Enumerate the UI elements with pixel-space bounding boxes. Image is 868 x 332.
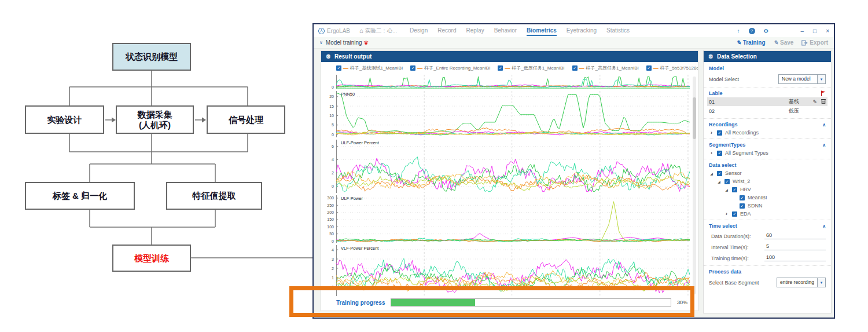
tab-biometrics[interactable]: Biometrics	[527, 25, 557, 36]
edit-label-icon[interactable]: ✎	[812, 99, 817, 105]
y-tick-label: 0	[321, 285, 334, 289]
expander-icon[interactable]: ›	[709, 130, 714, 136]
collapse-chevron-icon[interactable]: ∨	[319, 40, 323, 45]
node-label: 数据采集	[138, 110, 172, 119]
ergolab-window: 人 ErgoLAB ⌂ 实验二：心... DesignRecordReplayB…	[312, 23, 835, 319]
training-label: Training	[743, 39, 766, 46]
settings-gear-icon[interactable]: ⚙	[764, 28, 769, 34]
chart-plot	[336, 75, 690, 89]
eda-checkbox[interactable]	[732, 211, 737, 217]
export-button[interactable]: Export	[801, 39, 828, 46]
tree-item-sdnn: SDNN	[709, 203, 826, 209]
y-tick-label: 5	[321, 123, 334, 127]
tab-statistics[interactable]: Statistics	[606, 25, 630, 36]
tab-replay[interactable]: Replay	[466, 25, 484, 36]
time-select-header[interactable]: Time select ∧	[709, 223, 826, 229]
node-label: 实验设计	[47, 115, 82, 125]
scrollbar-thumb[interactable]	[693, 97, 696, 139]
data-selection-header: ⚙ Data Selection	[704, 51, 831, 62]
hrv-checkbox[interactable]	[732, 187, 737, 192]
expander-icon[interactable]: ◢	[724, 188, 729, 192]
time-field-input[interactable]: 100	[764, 254, 826, 261]
recordings-header[interactable]: Recordings ∧	[709, 122, 826, 127]
delete-label-icon[interactable]	[821, 98, 826, 105]
breadcrumb: Model training	[326, 39, 362, 46]
time-field-input[interactable]: 5	[764, 243, 826, 250]
label-section-header: Lable	[709, 90, 826, 96]
training-button[interactable]: ✎Training	[736, 39, 765, 46]
chevron-up-icon[interactable]: ∧	[822, 224, 826, 229]
project-name[interactable]: 实验二：心...	[365, 27, 397, 35]
sensor-checkbox[interactable]	[717, 171, 722, 176]
y-tick-label: 10	[321, 114, 334, 118]
label-id: 02	[709, 108, 789, 114]
y-tick-label: 3	[321, 257, 334, 261]
legend-item: —样子_基线测试1_MeanIBI	[336, 65, 403, 71]
chart-pnn50: 20151050PNN50	[321, 91, 698, 137]
close-button[interactable]: ×	[826, 28, 829, 34]
all-segment-types-item: › All Segment Types	[709, 150, 826, 156]
meanibi-checkbox[interactable]	[740, 195, 745, 200]
minimize-button[interactable]: –	[801, 28, 804, 34]
paw-cursor-icon	[363, 40, 369, 45]
time-field-input[interactable]: 60	[764, 232, 826, 239]
all-recordings-item: › All Recordings	[709, 130, 826, 136]
chevron-up-icon[interactable]: ∧	[822, 143, 826, 148]
tree-label: Wrist_2	[733, 178, 750, 184]
legend-checkbox[interactable]	[498, 65, 503, 71]
label-row-02[interactable]: 02低压	[707, 107, 827, 115]
chevron-up-icon[interactable]: ∧	[822, 122, 826, 127]
expander-icon[interactable]: ›	[724, 211, 729, 217]
chart-ulf-power-percent: 6420ULF-Power Percent	[321, 140, 698, 193]
chart-scrollbar[interactable]	[693, 76, 696, 294]
dropdown-arrow-icon[interactable]: ▼	[817, 278, 825, 287]
progress-percent: 30%	[677, 300, 687, 305]
tab-eyetracking[interactable]: Eyetracking	[567, 25, 597, 36]
legend-checkbox[interactable]	[572, 65, 578, 71]
all-segment-types-checkbox[interactable]	[717, 151, 722, 156]
expander-icon[interactable]: ◢	[709, 172, 714, 176]
progress-label: Training progress	[336, 300, 385, 306]
base-segment-dropdown[interactable]: entire recording ▼	[777, 278, 826, 287]
expander-icon[interactable]: ◢	[716, 180, 722, 184]
y-tick-label: 250	[321, 203, 334, 207]
legend-checkbox[interactable]	[410, 65, 415, 71]
tab-record[interactable]: Record	[437, 25, 456, 36]
gear-icon[interactable]: ⚙	[708, 53, 713, 60]
time-field-label: Training time(s):	[711, 256, 764, 261]
chart-title: PNN50	[341, 92, 355, 97]
label-row-01[interactable]: 01基线✎	[707, 97, 827, 106]
y-tick-label: 50	[321, 232, 334, 236]
home-icon[interactable]: ⌂	[359, 27, 363, 34]
wrist_2-checkbox[interactable]	[724, 179, 730, 184]
save-button[interactable]: ✎Save	[774, 39, 794, 46]
add-label-flag-icon[interactable]	[821, 90, 826, 96]
maximize-button[interactable]: □	[813, 28, 816, 34]
sdnn-checkbox[interactable]	[740, 203, 745, 209]
flowchart-node-feature: 特征值提取	[166, 182, 262, 210]
time-field-row: Data Duration(s):60	[711, 232, 826, 239]
all-recordings-label: All Recordings	[725, 130, 759, 136]
legend-checkbox[interactable]	[646, 65, 652, 71]
save-label: Save	[780, 39, 793, 46]
time-field-label: Data Duration(s):	[711, 234, 764, 239]
segmenttypes-header[interactable]: SegmentTypes ∧	[709, 142, 826, 148]
model-select-dropdown[interactable]: New a model ▼	[778, 74, 826, 84]
node-label: 模型训练	[134, 253, 169, 263]
chart-legend: —样子_基线测试1_MeanIBI—样子_Entire Recording_Me…	[321, 62, 698, 74]
legend-checkbox[interactable]	[336, 65, 341, 71]
pin-icon[interactable]: ↑	[737, 28, 740, 34]
dropdown-arrow-icon[interactable]: ▼	[817, 75, 825, 83]
chart-title: ULF-Power	[341, 196, 363, 201]
export-icon	[801, 40, 808, 46]
progress-fill	[391, 299, 475, 306]
data-selection-body: Model Model Select New a model ▼ Lable 0…	[704, 62, 831, 287]
help-icon[interactable]: ?	[749, 28, 755, 34]
tab-design[interactable]: Design	[410, 25, 428, 36]
tab-behavior[interactable]: Behavior	[494, 25, 517, 36]
gear-icon[interactable]: ⚙	[326, 53, 331, 60]
section-lable: Lable	[709, 90, 723, 96]
expander-icon[interactable]: ›	[709, 150, 714, 156]
label-rows: 01基线✎02低压	[709, 97, 826, 115]
all-recordings-checkbox[interactable]	[717, 130, 722, 136]
